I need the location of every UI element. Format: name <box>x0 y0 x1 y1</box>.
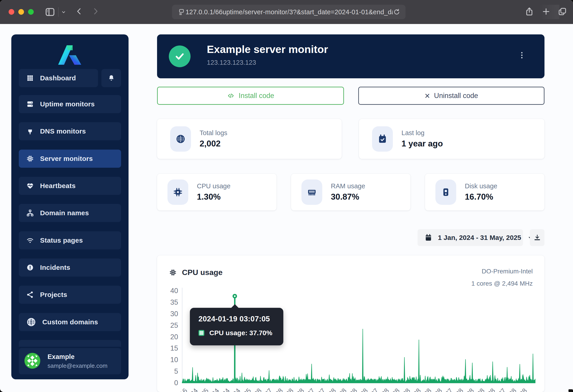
sidebar: Dashboard Uptime monitors DNS monitors S… <box>11 35 128 379</box>
avatar <box>24 353 40 370</box>
export-button[interactable] <box>530 229 544 246</box>
sidebar-item-server-monitors[interactable]: Server monitors <box>19 150 121 168</box>
download-icon <box>533 234 541 242</box>
back-icon[interactable] <box>75 7 84 16</box>
share-icon[interactable] <box>525 7 534 16</box>
tooltip-date: 2024-01-19 03:07:05 <box>198 315 283 323</box>
install-code-label: Install code <box>239 92 274 100</box>
svg-text:28: 28 <box>391 387 401 392</box>
globe-icon <box>26 317 36 327</box>
sidebar-item-uptime-monitors[interactable]: Uptime monitors <box>19 95 121 113</box>
uninstall-code-button[interactable]: × Uninstall code <box>358 87 544 105</box>
chevron-down-icon[interactable] <box>61 9 67 15</box>
sidebar-item-status-pages[interactable]: Status pages <box>19 231 121 249</box>
chip-icon <box>26 155 34 163</box>
svg-text:27: 27 <box>369 387 379 392</box>
sidebar-item-incidents[interactable]: Incidents <box>19 258 121 277</box>
stat-card-cpu-usage: CPU usage 1.30% <box>157 174 277 211</box>
svg-text:08: 08 <box>465 387 475 392</box>
svg-text:24: 24 <box>210 387 220 392</box>
ram-icon <box>307 187 317 197</box>
sidebar-item-dashboard[interactable]: Dashboard <box>19 69 98 87</box>
svg-text:0: 0 <box>174 379 178 387</box>
sidebar-item-domain-names[interactable]: Domain names <box>19 204 121 222</box>
svg-text:28: 28 <box>454 387 465 392</box>
uninstall-code-label: Uninstall code <box>434 92 478 100</box>
sidebar-item-label: Dashboard <box>40 74 76 82</box>
svg-text:28: 28 <box>359 387 369 392</box>
date-range-picker[interactable]: 1 Jan, 2024 - 31 May, 2025 <box>417 229 523 246</box>
sidebar-item-dns-monitors[interactable]: DNS monitors <box>19 122 121 140</box>
stat-card-last-log: Last log 1 year ago <box>359 119 544 159</box>
sidebar-item-label: Incidents <box>40 264 70 271</box>
hdd-icon <box>441 187 451 197</box>
heart-pulse-icon <box>26 182 34 190</box>
new-tab-icon[interactable] <box>541 7 551 16</box>
svg-text:15: 15 <box>170 344 178 352</box>
svg-text:24: 24 <box>232 387 242 392</box>
stat-value: 30.87% <box>331 192 365 202</box>
profile-name: Example <box>48 353 107 360</box>
svg-text:28: 28 <box>274 387 284 392</box>
svg-text:30: 30 <box>170 310 178 318</box>
globe-icon <box>175 134 186 144</box>
minimize-window-button[interactable] <box>18 9 24 15</box>
monitor-ip: 123.123.123.123 <box>207 59 256 66</box>
tab-overview-icon[interactable] <box>558 7 567 16</box>
chart-title: CPU usage <box>182 268 223 277</box>
server-stack-icon <box>26 100 34 108</box>
monitor-header-card: Example server monitor 123.123.123.123 <box>157 35 544 78</box>
stat-value: 1.30% <box>197 192 230 202</box>
svg-text:28: 28 <box>327 387 337 392</box>
svg-text:27: 27 <box>306 387 316 392</box>
sidebar-item-projects[interactable]: Projects <box>19 286 121 304</box>
svg-text:24: 24 <box>189 387 199 392</box>
svg-text:28: 28 <box>348 387 358 392</box>
sidebar-item-label: Server monitors <box>40 155 93 162</box>
chip-icon <box>169 268 177 277</box>
kebab-menu-icon[interactable] <box>517 51 526 60</box>
svg-text:28: 28 <box>380 387 390 392</box>
grid-icon <box>26 74 34 82</box>
svg-text:10: 10 <box>170 356 178 364</box>
server-meta: DO-Premium-Intel 1 cores @ 2,494 MHz <box>471 265 533 290</box>
svg-text:28: 28 <box>518 387 528 392</box>
page-format-icon[interactable] <box>178 8 186 16</box>
tooltip-value: CPU usage: 37.70% <box>209 329 272 337</box>
svg-text:28: 28 <box>476 387 486 392</box>
svg-text:40: 40 <box>170 287 178 295</box>
sidebar-item-truncated[interactable] <box>19 340 121 347</box>
stat-value: 1 year ago <box>401 139 443 148</box>
sidebar-item-label: Projects <box>40 291 67 299</box>
browser-toolbar: 127.0.0.1/66uptime/server-monitor/3?&sta… <box>0 0 573 24</box>
svg-text:16: 16 <box>178 387 189 392</box>
server-label: DO-Premium-Intel <box>471 265 533 277</box>
url-text[interactable]: 127.0.0.1/66uptime/server-monitor/3?&sta… <box>186 8 393 16</box>
address-bar[interactable]: 127.0.0.1/66uptime/server-monitor/3?&sta… <box>172 5 406 19</box>
svg-text:27: 27 <box>316 387 326 392</box>
profile-button[interactable]: Example sample@example.com <box>19 348 121 374</box>
zoom-window-button[interactable] <box>28 9 34 15</box>
sidebar-item-label: Custom domains <box>42 318 98 326</box>
stat-label: CPU usage <box>197 182 230 190</box>
sidebar-toggle-icon[interactable] <box>45 7 55 17</box>
sidebar-item-label: Heartbeats <box>40 182 76 190</box>
stat-label: RAM usage <box>331 182 365 190</box>
svg-text:24: 24 <box>221 387 231 392</box>
svg-text:27: 27 <box>497 387 507 392</box>
share-nodes-icon <box>26 291 34 299</box>
svg-text:28: 28 <box>423 387 433 392</box>
reload-icon[interactable] <box>393 8 401 16</box>
svg-text:25: 25 <box>200 387 210 392</box>
sidebar-item-custom-domains[interactable]: Custom domains <box>19 313 121 331</box>
notifications-button[interactable] <box>101 69 121 87</box>
svg-text:28: 28 <box>285 387 295 392</box>
sidebar-item-heartbeats[interactable]: Heartbeats <box>19 177 121 195</box>
cpu-icon <box>173 187 183 197</box>
sidebar-item-label: DNS monitors <box>40 127 86 135</box>
close-window-button[interactable] <box>9 9 14 15</box>
svg-text:28: 28 <box>412 387 422 392</box>
install-code-button[interactable]: Install code <box>157 87 344 105</box>
svg-text:28: 28 <box>486 387 496 392</box>
svg-text:28: 28 <box>507 387 518 392</box>
